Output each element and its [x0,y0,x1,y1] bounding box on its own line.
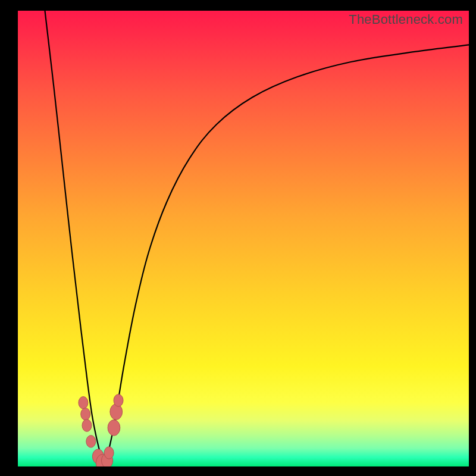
data-dot [82,419,92,431]
data-dot [104,447,114,459]
chart-svg [18,11,469,466]
data-dot [79,397,88,409]
data-dot [81,408,90,420]
curve-right-branch [104,45,469,465]
chart-frame: TheBottleneck.com [0,0,476,476]
data-dot [114,394,123,406]
data-dots [79,394,123,466]
curve-left-branch [45,11,104,465]
data-dot [108,420,120,436]
plot-area: TheBottleneck.com [18,11,469,466]
data-dot [86,436,96,447]
